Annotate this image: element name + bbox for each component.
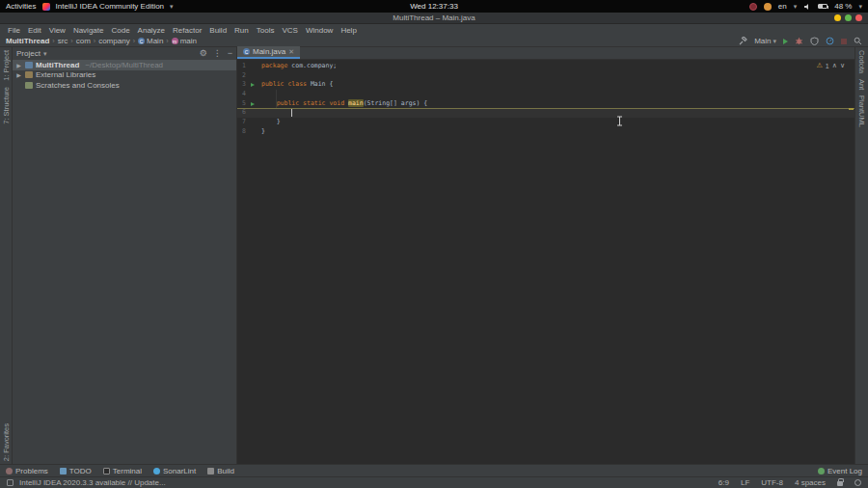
tree-label: External Libraries	[36, 70, 95, 79]
menu-navigate[interactable]: Navigate	[69, 26, 108, 35]
menu-tools[interactable]: Tools	[253, 26, 279, 35]
tool-window-button-event-log[interactable]: Event Log	[818, 467, 862, 475]
project-panel-title[interactable]: Project	[16, 49, 41, 58]
search-everywhere-icon[interactable]	[854, 37, 862, 45]
code-line-7[interactable]: 7 }	[237, 118, 854, 127]
breadcrumb-item-com[interactable]: com	[76, 37, 91, 45]
code-line-6[interactable]: 6	[237, 108, 854, 118]
caret-position-widget[interactable]: 6:9	[719, 478, 729, 487]
tree-row-external-libraries[interactable]: ▶External Libraries	[13, 70, 236, 81]
warning-count: 1	[826, 63, 829, 69]
mouse-cursor	[616, 116, 623, 126]
stripe-button-codota[interactable]: Codota	[857, 47, 866, 76]
prev-problem-icon[interactable]: ∧	[832, 62, 837, 69]
menu-run[interactable]: Run	[231, 26, 253, 35]
code-area[interactable]: 1package com.company;23public class Main…	[237, 60, 854, 137]
expand-chevron-icon[interactable]: ▶	[15, 62, 22, 68]
menu-analyze[interactable]: Analyze	[134, 26, 169, 35]
expand-chevron-icon[interactable]: ▶	[15, 71, 22, 78]
code-line-5[interactable]: 5 public static void main(String[] args)…	[237, 99, 854, 109]
menu-help[interactable]: Help	[337, 26, 360, 35]
inspection-profile-icon[interactable]	[854, 479, 861, 486]
tool-window-button-problems[interactable]: Problems	[6, 467, 48, 475]
stripe-button-ant[interactable]: Ant	[857, 76, 866, 93]
tool-window-button-todo[interactable]: TODO	[60, 467, 92, 475]
activities-button[interactable]: Activities	[6, 2, 37, 11]
menu-code[interactable]: Code	[107, 26, 133, 35]
close-tab-icon[interactable]: ✕	[288, 48, 294, 56]
menu-build[interactable]: Build	[205, 26, 231, 35]
chevron-down-icon: ▾	[170, 3, 174, 11]
breadcrumb-label: src	[58, 37, 68, 45]
error-stripe-warning-mark[interactable]	[849, 108, 854, 110]
run-configuration-selector[interactable]: Main ▾	[754, 37, 776, 45]
run-line-marker[interactable]	[246, 83, 258, 87]
stripe-button-2-favorites[interactable]: 2: Favorites	[2, 420, 11, 464]
gnome-tray: en ▾ 48 % ▾	[749, 2, 862, 11]
tool-window-button-build[interactable]: Build	[207, 467, 234, 475]
menu-window[interactable]: Window	[302, 26, 337, 35]
code-text: }	[261, 118, 281, 127]
app-menu-button[interactable]: IntelliJ IDEA Community Edition	[56, 2, 165, 11]
tool-window-button-sonarlint[interactable]: SonarLint	[153, 467, 196, 475]
status-message[interactable]: IntelliJ IDEA 2020.3.3 available // Upda…	[19, 478, 166, 487]
maximize-button[interactable]	[845, 14, 852, 21]
tree-row-multithread[interactable]: ▶MultiThread~/Desktop/MultiThread	[13, 60, 236, 70]
minimize-button[interactable]	[834, 14, 841, 21]
keyboard-layout-indicator[interactable]: en	[778, 2, 787, 11]
tray-app-icon-2[interactable]	[764, 3, 772, 11]
tray-app-icon[interactable]	[749, 3, 757, 11]
menu-refactor[interactable]: Refactor	[169, 26, 205, 35]
run-button[interactable]	[783, 39, 788, 44]
menu-edit[interactable]: Edit	[24, 26, 45, 35]
chevron-down-icon: ▾	[794, 3, 798, 11]
stop-button[interactable]	[841, 39, 847, 44]
menu-view[interactable]: View	[45, 26, 69, 35]
stripe-button-plantuml[interactable]: PlantUML	[857, 93, 866, 130]
run-icon	[251, 83, 255, 87]
profiler-icon[interactable]	[826, 37, 834, 45]
build-hammer-icon[interactable]	[739, 37, 747, 45]
battery-percent[interactable]: 48 %	[834, 2, 852, 11]
next-problem-icon[interactable]: ∨	[840, 62, 845, 69]
breadcrumb-item-company[interactable]: company	[98, 37, 129, 45]
code-line-2[interactable]: 2	[237, 71, 854, 81]
code-text: }	[261, 127, 265, 137]
chevron-down-icon: ▾	[773, 38, 776, 45]
breadcrumb-item-multithread[interactable]: MultiThread	[6, 37, 49, 45]
code-line-8[interactable]: 8}	[237, 127, 854, 137]
stripe-button-7-structure[interactable]: 7: Structure	[2, 84, 11, 127]
hide-panel-icon[interactable]: −	[228, 49, 232, 58]
menu-bar: FileEditViewNavigateCodeAnalyzeRefactorB…	[0, 24, 868, 36]
volume-icon[interactable]	[803, 3, 811, 11]
editor-tab-main-java[interactable]: C Main.java ✕	[237, 46, 300, 59]
coverage-shield-icon[interactable]	[810, 37, 819, 45]
code-line-4[interactable]: 4	[237, 90, 854, 99]
breadcrumb-item-main[interactable]: CMain	[138, 37, 163, 45]
code-line-3[interactable]: 3public class Main {	[237, 80, 854, 90]
inspections-widget[interactable]: ⚠ 1 ∧ ∨	[817, 62, 845, 69]
lock-icon[interactable]	[837, 481, 843, 486]
chevron-down-icon[interactable]: ▾	[43, 50, 47, 58]
debug-bug-icon[interactable]	[795, 37, 803, 45]
line-ending-widget[interactable]: LF	[741, 478, 749, 487]
menu-file[interactable]: File	[4, 26, 24, 35]
tool-window-button-terminal[interactable]: Terminal	[103, 467, 142, 475]
breadcrumb-item-src[interactable]: src	[58, 37, 68, 45]
encoding-widget[interactable]: UTF-8	[761, 478, 783, 487]
menu-vcs[interactable]: VCS	[278, 26, 301, 35]
code-editor[interactable]: 1package com.company;23public class Main…	[237, 60, 854, 464]
close-button[interactable]	[855, 14, 862, 21]
chevron-down-icon[interactable]: ▾	[858, 3, 862, 11]
tree-row-scratches-and-consoles[interactable]: Scratches and Consoles	[13, 80, 236, 91]
stripe-button-1-project[interactable]: 1: Project	[2, 47, 11, 84]
indent-widget[interactable]: 4 spaces	[795, 478, 826, 487]
tool-window-switcher-icon[interactable]	[7, 479, 14, 486]
run-configuration-name: Main	[754, 37, 771, 45]
screen: Activities IntelliJ IDEA Community Editi…	[0, 0, 868, 488]
gear-icon[interactable]: ⚙	[200, 49, 207, 58]
breadcrumb-item-main[interactable]: mmain	[172, 37, 197, 45]
run-line-marker[interactable]	[246, 102, 258, 106]
collapse-all-icon[interactable]: ⋮	[213, 49, 222, 58]
code-line-1[interactable]: 1package com.company;	[237, 62, 854, 71]
